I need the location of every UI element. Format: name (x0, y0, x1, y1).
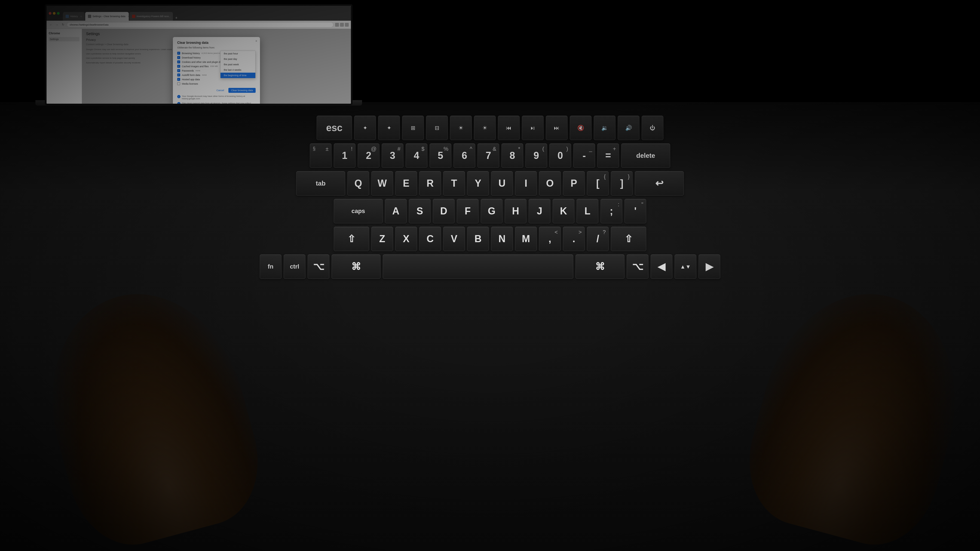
key-5[interactable]: %5 (430, 143, 451, 168)
key-x[interactable]: X (395, 227, 417, 251)
key-1[interactable]: !1 (334, 143, 356, 168)
key-caps[interactable]: caps (334, 199, 383, 223)
key-tab[interactable]: tab (296, 171, 345, 195)
key-e[interactable]: E (395, 171, 417, 195)
key-arrow-right[interactable]: ▶ (698, 254, 720, 279)
back-button[interactable]: ← (49, 22, 53, 27)
key-f10[interactable]: 🔇 (570, 116, 592, 140)
key-u[interactable]: U (491, 171, 513, 195)
key-cmd-right[interactable]: ⌘ (576, 254, 624, 279)
time-range-dropdown[interactable]: the past hour the past day the past week… (220, 51, 256, 78)
key-3[interactable]: #3 (382, 143, 403, 168)
key-p[interactable]: P (563, 171, 585, 195)
key-f3[interactable]: ⊞ (402, 116, 424, 140)
key-period[interactable]: >. (563, 227, 585, 251)
key-shift-left[interactable]: ⇧ (334, 227, 369, 251)
key-backtick[interactable]: ±§ (310, 143, 332, 168)
key-o[interactable]: O (539, 171, 561, 195)
key-4[interactable]: $4 (406, 143, 427, 168)
key-9[interactable]: (9 (525, 143, 547, 168)
history-tab-close[interactable]: × (80, 15, 82, 18)
key-space[interactable] (383, 254, 573, 279)
key-0[interactable]: )0 (549, 143, 571, 168)
key-d[interactable]: D (433, 199, 455, 223)
checkbox-passwords[interactable]: ✓ (177, 69, 180, 72)
key-bracket-left[interactable]: {[ (587, 171, 609, 195)
checkbox-browsing-history[interactable]: ✓ (177, 52, 180, 55)
key-equals[interactable]: += (597, 143, 619, 168)
extensions-icon[interactable] (340, 23, 344, 27)
key-2[interactable]: @2 (358, 143, 379, 168)
key-f2[interactable]: ✦ (378, 116, 400, 140)
key-f6[interactable]: ☀ (474, 116, 496, 140)
key-f1[interactable]: ✦ (354, 116, 376, 140)
checkbox-autofill[interactable]: ✓ (177, 73, 180, 76)
forward-button[interactable]: → (55, 22, 59, 27)
key-c[interactable]: C (419, 227, 441, 251)
key-alt-left[interactable]: ⌥ (308, 254, 329, 279)
news-tab[interactable]: Investigatory Powers Bill rece... × (129, 12, 173, 21)
key-s[interactable]: S (409, 199, 431, 223)
key-i[interactable]: I (515, 171, 537, 195)
key-f12[interactable]: 🔊 (618, 116, 640, 140)
new-tab-button[interactable]: + (173, 15, 180, 21)
key-f5[interactable]: ☀ (450, 116, 472, 140)
key-z[interactable]: Z (371, 227, 393, 251)
checkbox-hosted-app[interactable]: ✓ (177, 78, 180, 81)
key-minus[interactable]: _- (573, 143, 595, 168)
settings-tab[interactable]: Settings - Clear browsing data × (85, 12, 129, 21)
checkbox-row-media-licenses[interactable]: Media licenses (177, 82, 256, 85)
key-alt-right[interactable]: ⌥ (627, 254, 648, 279)
checkbox-download-history[interactable]: ✓ (177, 56, 180, 59)
settings-tab-close[interactable]: × (128, 15, 129, 18)
key-f9[interactable]: ⏭ (546, 116, 568, 140)
dropdown-item-past-week[interactable]: the past week (221, 62, 255, 67)
cancel-button[interactable]: Cancel (214, 88, 227, 93)
clear-browsing-data-button[interactable]: Clear browsing data (228, 88, 256, 93)
key-semicolon[interactable]: :; (601, 199, 622, 223)
sidebar-item-settings[interactable]: Settings (49, 37, 80, 41)
key-power[interactable]: ⏻ (642, 116, 663, 140)
key-return[interactable]: ↩ (635, 171, 684, 195)
dropdown-item-beginning-of-time[interactable]: the beginning of time (221, 73, 255, 78)
key-j[interactable]: J (529, 199, 550, 223)
close-window-button[interactable] (49, 12, 51, 15)
key-f11[interactable]: 🔉 (594, 116, 616, 140)
menu-icon[interactable] (345, 23, 349, 27)
key-y[interactable]: Y (467, 171, 489, 195)
dropdown-item-last-4-weeks[interactable]: the last 4 weeks (221, 67, 255, 73)
minimize-window-button[interactable] (53, 12, 56, 15)
key-shift-right[interactable]: ⇧ (611, 227, 646, 251)
checkbox-media-licenses[interactable] (177, 82, 180, 85)
key-m[interactable]: M (515, 227, 537, 251)
history-tab[interactable]: History × (63, 12, 85, 21)
key-f8[interactable]: ⏯ (522, 116, 544, 140)
key-w[interactable]: W (371, 171, 393, 195)
dialog-close-button[interactable]: × (255, 39, 257, 43)
bookmark-star-icon[interactable] (335, 23, 339, 27)
key-delete[interactable]: delete (621, 143, 670, 168)
key-ctrl[interactable]: ctrl (284, 254, 305, 279)
key-g[interactable]: G (481, 199, 503, 223)
key-8[interactable]: *8 (501, 143, 523, 168)
maximize-window-button[interactable] (57, 12, 60, 15)
key-bracket-right[interactable]: }] (611, 171, 633, 195)
key-t[interactable]: T (443, 171, 465, 195)
refresh-button[interactable]: ↻ (61, 22, 65, 27)
checkbox-cached-images[interactable]: ✓ (177, 65, 180, 68)
key-arrow-left[interactable]: ◀ (651, 254, 672, 279)
dropdown-item-past-day[interactable]: the past day (221, 56, 255, 62)
key-cmd-left[interactable]: ⌘ (332, 254, 380, 279)
key-f[interactable]: F (457, 199, 479, 223)
key-q[interactable]: Q (347, 171, 369, 195)
key-k[interactable]: K (553, 199, 574, 223)
key-n[interactable]: N (491, 227, 513, 251)
key-esc[interactable]: esc (317, 116, 352, 140)
key-comma[interactable]: <, (539, 227, 561, 251)
key-quote[interactable]: "' (624, 199, 646, 223)
key-h[interactable]: H (505, 199, 527, 223)
key-fn[interactable]: fn (260, 254, 282, 279)
key-r[interactable]: R (419, 171, 441, 195)
key-l[interactable]: L (577, 199, 598, 223)
key-a[interactable]: A (385, 199, 407, 223)
